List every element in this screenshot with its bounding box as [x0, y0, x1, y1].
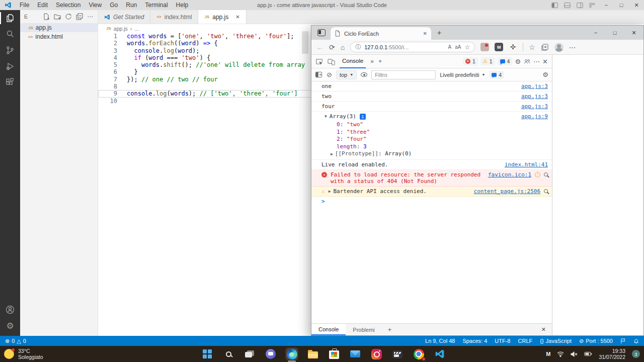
- more-tabs-icon[interactable]: »: [370, 58, 374, 65]
- breadcrumb-file[interactable]: app.js: [114, 26, 128, 32]
- toggle-sidebar-icon[interactable]: [551, 2, 558, 9]
- drawer-close-icon[interactable]: ✕: [535, 324, 552, 335]
- site-info-icon[interactable]: ⓘ: [355, 43, 361, 51]
- add-favorite-icon[interactable]: ☆: [464, 44, 470, 51]
- clock[interactable]: 19:33 31/07/2022: [599, 348, 625, 360]
- console-filter-input[interactable]: [371, 70, 436, 79]
- new-file-icon[interactable]: [43, 13, 50, 20]
- start-button-icon[interactable]: [201, 348, 213, 360]
- minimize-button[interactable]: −: [599, 0, 614, 10]
- inspect-element-icon[interactable]: [315, 58, 323, 65]
- search-icon[interactable]: [222, 348, 234, 360]
- clear-console-icon[interactable]: ⊘: [327, 71, 332, 78]
- extension-m-icon[interactable]: M: [495, 43, 503, 51]
- extension-icon[interactable]: [480, 43, 489, 51]
- explorer-icon[interactable]: [0, 10, 20, 26]
- collapse-folders-icon[interactable]: [76, 13, 83, 20]
- expand-caret-icon[interactable]: ▶: [331, 152, 333, 156]
- weather-widget[interactable]: 33°C Soleggiato: [4, 346, 43, 362]
- maximize-button[interactable]: □: [605, 26, 624, 40]
- menu-run[interactable]: Run: [122, 0, 141, 10]
- menu-selection[interactable]: Selection: [52, 0, 85, 10]
- indentation[interactable]: Spaces: 4: [462, 338, 487, 344]
- translate-icon[interactable]: aA: [455, 44, 461, 50]
- edge-icon[interactable]: [286, 348, 298, 360]
- tab-close-icon[interactable]: ✕: [423, 31, 427, 36]
- page-viewport[interactable]: [552, 55, 643, 335]
- source-link[interactable]: app.js:9: [521, 113, 548, 120]
- chrome-icon[interactable]: [413, 348, 425, 360]
- context-selector[interactable]: top▼: [336, 70, 357, 79]
- problems-status[interactable]: ⊗ 0 △ 0: [5, 338, 26, 344]
- search-message-icon[interactable]: [544, 189, 548, 193]
- browser-tab[interactable]: Ciclo ForEach ✕: [331, 27, 431, 40]
- refresh-icon[interactable]: ⟳: [329, 44, 335, 51]
- run-debug-icon[interactable]: [0, 58, 20, 74]
- devtools-tab-console[interactable]: Console: [340, 55, 366, 68]
- log-levels-selector[interactable]: Livelli predefiniti▼: [440, 72, 485, 78]
- menu-help[interactable]: Help: [172, 0, 193, 10]
- refresh-icon[interactable]: [65, 13, 72, 20]
- menu-file[interactable]: File: [16, 0, 33, 10]
- menu-go[interactable]: Go: [106, 0, 122, 10]
- language-mode[interactable]: {} JavaScript: [540, 338, 572, 344]
- vscode-icon[interactable]: [434, 348, 446, 360]
- notification-count-badge[interactable]: 3: [632, 350, 640, 358]
- settings-gear-icon[interactable]: ⚙: [0, 318, 20, 334]
- devtools-close-icon[interactable]: ✕: [542, 58, 548, 65]
- notifications-bell-icon[interactable]: [633, 338, 639, 344]
- messages-badge[interactable]: 4: [489, 71, 504, 79]
- read-aloud-icon[interactable]: A: [448, 44, 452, 50]
- console-sidebar-icon[interactable]: [315, 71, 323, 78]
- browser-menu-icon[interactable]: ⋯: [569, 44, 576, 51]
- menu-edit[interactable]: Edit: [33, 0, 52, 10]
- search-message-icon[interactable]: [544, 172, 548, 176]
- volume-muted-icon[interactable]: [571, 351, 578, 357]
- maximize-button[interactable]: □: [614, 0, 629, 10]
- console-prompt[interactable]: >: [311, 197, 552, 206]
- accounts-icon[interactable]: [0, 302, 20, 318]
- search-icon[interactable]: [0, 26, 20, 42]
- devtools-settings-icon[interactable]: ⚙: [515, 58, 521, 65]
- feedback-icon[interactable]: [620, 338, 626, 344]
- file-explorer-icon[interactable]: [307, 348, 319, 360]
- source-link[interactable]: app.js:3: [521, 93, 548, 100]
- extensions-menu-icon[interactable]: ✣: [509, 43, 517, 51]
- battery-icon[interactable]: [584, 351, 592, 356]
- source-control-icon[interactable]: [0, 42, 20, 58]
- issues-people-icon[interactable]: [523, 58, 531, 65]
- device-toolbar-icon[interactable]: [328, 58, 335, 65]
- drawer-tab-console[interactable]: Console: [311, 324, 346, 335]
- mail-icon[interactable]: [349, 348, 361, 360]
- workspaces-icon[interactable]: [317, 29, 326, 36]
- favorites-icon[interactable]: ☆: [529, 44, 535, 51]
- drawer-add-icon[interactable]: +: [382, 324, 398, 335]
- message-count-badge[interactable]: 4: [498, 57, 513, 65]
- eol[interactable]: CRLF: [518, 338, 533, 344]
- chat-icon[interactable]: [265, 348, 277, 360]
- customize-layout-icon[interactable]: [589, 2, 596, 9]
- back-icon[interactable]: ←: [316, 44, 324, 51]
- toggle-secondary-sidebar-icon[interactable]: [577, 2, 583, 9]
- editor-scrollbar[interactable]: [302, 31, 308, 54]
- task-view-icon[interactable]: [244, 348, 256, 360]
- tray-app-m-icon[interactable]: M: [546, 351, 550, 357]
- home-icon[interactable]: ⌂: [341, 44, 345, 51]
- file-item-appjs[interactable]: JS app.js: [20, 23, 98, 32]
- warning-count-badge[interactable]: ⚠1: [480, 57, 495, 65]
- tab-appjs[interactable]: JS app.js ✕: [198, 10, 246, 24]
- cursor-position[interactable]: Ln 9, Col 48: [425, 338, 455, 344]
- source-link[interactable]: content_page.js:2506: [474, 188, 540, 195]
- console-settings-icon[interactable]: ⚙: [542, 71, 548, 78]
- source-link[interactable]: app.js:3: [521, 83, 548, 89]
- tab-close-icon[interactable]: ✕: [235, 14, 239, 20]
- instagram-icon[interactable]: [370, 348, 382, 360]
- toggle-panel-icon[interactable]: [564, 2, 571, 9]
- menu-view[interactable]: View: [85, 0, 106, 10]
- menu-terminal[interactable]: Terminal: [141, 0, 172, 10]
- address-bar[interactable]: ⓘ 127.0.0.1:5500/i... A aA ☆: [350, 42, 475, 52]
- explorer-more-icon[interactable]: ⋯: [87, 13, 94, 20]
- devtools-more-icon[interactable]: ⋯: [533, 58, 540, 65]
- live-expression-eye-icon[interactable]: [361, 72, 367, 77]
- error-count-badge[interactable]: ✕1: [463, 57, 478, 65]
